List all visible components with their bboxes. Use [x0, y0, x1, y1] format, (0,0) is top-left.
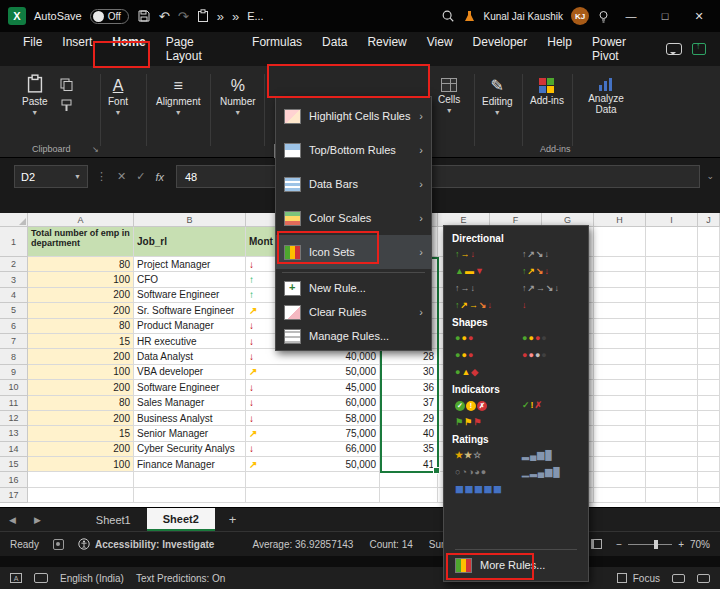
icon-set-option[interactable]: ▲▬▼: [449, 263, 516, 280]
cell-B16[interactable]: [134, 472, 246, 487]
clipboard-dialog-launcher-icon[interactable]: ↘: [92, 145, 99, 154]
icon-set-option[interactable]: ↑↗→↘↓: [516, 280, 583, 297]
cell-D11[interactable]: 37: [380, 396, 438, 411]
row-header-2[interactable]: 2: [0, 257, 28, 272]
sheet-nav-right-icon[interactable]: ▶: [25, 515, 50, 525]
column-header-I[interactable]: I: [646, 213, 698, 227]
icon-set-option[interactable]: ●▲◆: [449, 364, 516, 381]
monitor2-icon[interactable]: [697, 574, 710, 583]
ime-icon[interactable]: A: [10, 573, 22, 583]
cell-I14[interactable]: [646, 442, 698, 457]
lightbulb-icon[interactable]: [597, 10, 610, 23]
column-header-A[interactable]: A: [28, 213, 134, 227]
editing-group-button[interactable]: ✎ Editing ▼: [482, 78, 513, 116]
cell-B3[interactable]: CFO: [134, 272, 246, 287]
cell-J12[interactable]: [698, 411, 720, 426]
cell-H3[interactable]: [594, 272, 646, 287]
cell-H1[interactable]: [594, 227, 646, 257]
cancel-entry-icon[interactable]: ✕: [117, 170, 126, 183]
menu-tab-home[interactable]: Home: [103, 28, 154, 70]
text-predictions-status[interactable]: Text Predictions: On: [136, 573, 225, 584]
cell-B8[interactable]: Data Analyst: [134, 349, 246, 364]
icon-set-option[interactable]: ●●●●: [516, 347, 583, 364]
overflow-chevrons-icon[interactable]: »: [217, 10, 224, 23]
document-title[interactable]: E...: [247, 10, 264, 22]
cell-C10[interactable]: ↓45,000: [246, 380, 380, 395]
column-header-H[interactable]: H: [594, 213, 646, 227]
cf-menu-item-new-rule[interactable]: New Rule...: [276, 276, 431, 300]
formula-input[interactable]: 48: [176, 165, 700, 188]
cell-J1[interactable]: [698, 227, 720, 257]
cell-C13[interactable]: ↗75,000: [246, 426, 380, 441]
status-count[interactable]: Count: 14: [369, 539, 412, 550]
cell-D17[interactable]: [380, 488, 438, 503]
insert-function-icon[interactable]: fx: [155, 171, 164, 183]
paste-button[interactable]: Paste ▼: [22, 74, 48, 116]
undo-icon[interactable]: ↶: [159, 10, 170, 23]
cell-B4[interactable]: Software Engineer: [134, 288, 246, 303]
menu-tab-developer[interactable]: Developer: [464, 28, 537, 70]
cell-J5[interactable]: [698, 303, 720, 318]
cell-C17[interactable]: [246, 488, 380, 503]
cell-D15[interactable]: 41: [380, 457, 438, 472]
row-header-10[interactable]: 10: [0, 380, 28, 395]
row-header-11[interactable]: 11: [0, 396, 28, 411]
cell-C9[interactable]: ↗50,000: [246, 365, 380, 380]
cell-D12[interactable]: 29: [380, 411, 438, 426]
cf-menu-item-highlight-cells-rules[interactable]: Highlight Cells Rules›: [276, 99, 431, 133]
cell-A13[interactable]: 15: [28, 426, 134, 441]
cell-H13[interactable]: [594, 426, 646, 441]
cell-A9[interactable]: 100: [28, 365, 134, 380]
cf-menu-item-manage-rules[interactable]: Manage Rules...: [276, 324, 431, 348]
focus-button[interactable]: Focus: [617, 573, 660, 584]
icon-set-option[interactable]: ✓!✗: [516, 397, 583, 414]
zoom-slider-thumb[interactable]: [654, 540, 658, 549]
cell-A16[interactable]: [28, 472, 134, 487]
cell-D10[interactable]: 36: [380, 380, 438, 395]
row-header-13[interactable]: 13: [0, 426, 28, 441]
row-header-3[interactable]: 3: [0, 272, 28, 287]
icon-set-option[interactable]: ↑↗↘↓: [516, 263, 583, 280]
cell-D14[interactable]: 35: [380, 442, 438, 457]
menu-tab-data[interactable]: Data: [313, 28, 356, 70]
icon-set-option[interactable]: ↑↗→↘↓: [449, 297, 516, 314]
keyboard-icon[interactable]: [34, 573, 48, 583]
menu-tab-file[interactable]: File: [14, 28, 51, 70]
cell-H16[interactable]: [594, 472, 646, 487]
font-group-button[interactable]: A Font ▼: [108, 78, 128, 116]
overflow-chevrons2-icon[interactable]: »: [232, 10, 239, 23]
cell-J2[interactable]: [698, 257, 720, 272]
cell-A7[interactable]: 15: [28, 334, 134, 349]
cell-A3[interactable]: 100: [28, 272, 134, 287]
row-header-6[interactable]: 6: [0, 319, 28, 334]
row-header-9[interactable]: 9: [0, 365, 28, 380]
cell-D16[interactable]: [380, 472, 438, 487]
cell-J15[interactable]: [698, 457, 720, 472]
cell-A10[interactable]: 200: [28, 380, 134, 395]
cf-menu-item-data-bars[interactable]: Data Bars›: [276, 167, 431, 201]
cell-B1[interactable]: Job_rl: [134, 227, 246, 257]
cell-B11[interactable]: Sales Manager: [134, 396, 246, 411]
excel-logo-icon[interactable]: X: [8, 7, 26, 25]
analyze-data-button[interactable]: Analyze Data: [580, 78, 632, 115]
alignment-group-button[interactable]: ≡ Alignment ▼: [156, 78, 200, 116]
cell-J6[interactable]: [698, 319, 720, 334]
column-header-B[interactable]: B: [134, 213, 246, 227]
icon-set-option[interactable]: ↓: [516, 297, 583, 314]
number-group-button[interactable]: % Number ▼: [220, 78, 256, 116]
icon-set-option[interactable]: ↑→↓: [449, 280, 516, 297]
row-header-8[interactable]: 8: [0, 349, 28, 364]
accessibility-status[interactable]: Accessibility: Investigate: [78, 538, 215, 550]
formula-bar-expand-icon[interactable]: ⌄: [706, 171, 714, 181]
search-icon[interactable]: [441, 9, 455, 23]
cell-H10[interactable]: [594, 380, 646, 395]
icon-set-option[interactable]: ★★☆: [449, 447, 516, 464]
redo-icon[interactable]: ↷: [178, 10, 189, 23]
menu-tab-view[interactable]: View: [418, 28, 462, 70]
row-header-15[interactable]: 15: [0, 457, 28, 472]
cell-A11[interactable]: 80: [28, 396, 134, 411]
save-icon[interactable]: [137, 9, 151, 23]
zoom-in-icon[interactable]: +: [678, 539, 684, 550]
cell-I4[interactable]: [646, 288, 698, 303]
addins-button[interactable]: Add-ins: [530, 78, 564, 106]
